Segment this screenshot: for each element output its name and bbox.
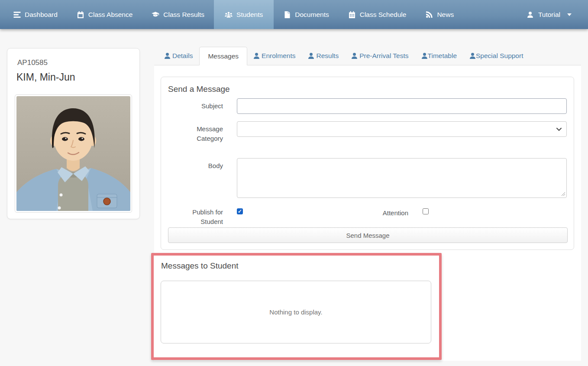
subject-row: Subject: [168, 98, 567, 114]
messages-to-student-title: Messages to Student: [161, 261, 439, 271]
student-id: AP10585: [17, 58, 132, 67]
nav-label: Documents: [295, 11, 329, 19]
users-icon: [225, 12, 233, 18]
tab-pre-arrival-tests[interactable]: Pre-Arrival Tests: [345, 47, 415, 65]
tasks-icon: [13, 12, 21, 18]
nav-item-documents[interactable]: Documents: [274, 0, 338, 29]
nav-items: Dashboard Class Absence Class Results St…: [3, 0, 463, 29]
category-row: Message Category: [168, 121, 567, 143]
publish-for-student-checkbox[interactable]: [237, 208, 243, 214]
subject-label: Subject: [168, 98, 223, 114]
tab-label: Messages: [208, 52, 239, 60]
tab-label: Enrolments: [262, 52, 295, 60]
caret-down-icon: [567, 13, 572, 16]
user-icon: [470, 53, 475, 59]
tab-messages[interactable]: Messages: [199, 47, 247, 65]
tab-label: Pre-Arrival Tests: [359, 52, 408, 60]
attention-checkbox[interactable]: [423, 208, 429, 214]
tab-special-support[interactable]: Special Support: [463, 47, 530, 65]
user-menu-tutorial[interactable]: Tutorial: [517, 0, 581, 29]
tab-label: Timetable: [428, 52, 457, 60]
messages-to-student-section: Messages to Student Nothing to display.: [151, 253, 442, 360]
student-name: KIM, Min-Jun: [16, 71, 132, 83]
student-photo: [15, 94, 132, 213]
user-icon: [352, 53, 357, 59]
category-label: Message Category: [168, 121, 223, 143]
user-icon: [254, 53, 259, 59]
nav-item-class-schedule[interactable]: Class Schedule: [339, 0, 416, 29]
nav-label: News: [437, 11, 454, 19]
file-icon: [283, 11, 291, 18]
student-summary-card: AP10585 KIM, Min-Jun: [7, 48, 140, 219]
body-textarea[interactable]: [237, 158, 567, 198]
tab-label: Special Support: [476, 52, 523, 60]
body-label: Body: [168, 158, 223, 198]
user-icon: [422, 53, 427, 59]
nav-item-class-results[interactable]: Class Results: [142, 0, 214, 29]
student-tabs: Details Messages Enrolments Results Pre-…: [154, 47, 581, 65]
send-message-card: Send a Message Subject Message Category …: [161, 77, 574, 250]
user-icon: [308, 53, 314, 59]
tab-results[interactable]: Results: [302, 47, 345, 65]
nav-label: Students: [236, 11, 263, 19]
checkbox-row: Publish for Student Attention: [168, 207, 567, 227]
nav-item-news[interactable]: News: [416, 0, 463, 29]
user-icon: [165, 53, 170, 59]
nav-label: Dashboard: [25, 11, 58, 19]
tab-enrolments[interactable]: Enrolments: [247, 47, 302, 65]
nav-label: Class Results: [163, 11, 204, 19]
tab-details[interactable]: Details: [158, 47, 199, 65]
top-navbar: Dashboard Class Absence Class Results St…: [0, 0, 588, 29]
resize-handle[interactable]: [561, 192, 565, 196]
tab-label: Results: [316, 52, 339, 60]
nav-label: Class Absence: [88, 11, 133, 19]
user-icon: [527, 12, 534, 18]
nav-item-class-absence[interactable]: Class Absence: [67, 0, 142, 29]
body-row: Body: [168, 158, 567, 198]
send-message-title: Send a Message: [161, 77, 574, 98]
nav-item-dashboard[interactable]: Dashboard: [3, 0, 67, 29]
calendar-icon: [77, 11, 84, 18]
nav-label: Class Schedule: [360, 11, 407, 19]
messages-empty-panel: Nothing to display.: [161, 281, 431, 343]
chevron-down-icon: [556, 128, 562, 131]
attention-label: Attention: [381, 208, 408, 217]
graduation-cap-icon: [152, 12, 159, 17]
subject-input[interactable]: [237, 98, 567, 114]
empty-text: Nothing to display.: [269, 308, 322, 316]
publish-label: Publish for Student: [168, 207, 223, 227]
nav-right: Tutorial: [517, 0, 581, 29]
send-message-button[interactable]: Send Message: [168, 227, 568, 243]
tab-timetable[interactable]: Timetable: [415, 47, 463, 65]
message-category-select[interactable]: [237, 121, 567, 137]
tab-label: Details: [172, 52, 193, 60]
rss-icon: [425, 11, 433, 18]
nav-item-students[interactable]: Students: [214, 0, 274, 29]
user-menu-label: Tutorial: [538, 11, 560, 19]
calendar-grid-icon: [348, 11, 356, 18]
